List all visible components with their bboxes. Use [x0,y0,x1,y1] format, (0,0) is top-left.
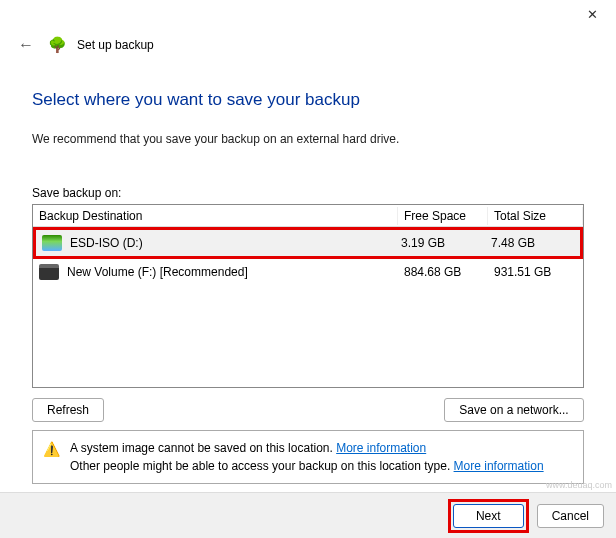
recommendation-text: We recommend that you save your backup o… [32,132,584,146]
next-button-highlight: Next [448,499,529,533]
backup-wizard-icon: 🌳 [48,36,67,54]
save-network-button[interactable]: Save on a network... [444,398,584,422]
action-row: Refresh Save on a network... [32,398,584,422]
watermark: www.deuaq.com [546,480,612,490]
close-icon[interactable]: ✕ [577,3,608,26]
table-row[interactable]: New Volume (F:) [Recommended] 884.68 GB … [33,259,583,285]
table-head: Backup Destination Free Space Total Size [33,205,583,227]
page-heading: Select where you want to save your backu… [32,90,584,110]
warning-line-1: A system image cannot be saved on this l… [70,441,336,455]
warning-icon: ⚠️ [43,439,60,475]
refresh-button[interactable]: Refresh [32,398,104,422]
drive-free: 3.19 GB [395,234,485,252]
content-area: Select where you want to save your backu… [0,56,616,484]
drive-icon [42,235,62,251]
next-button[interactable]: Next [453,504,524,528]
drive-free: 884.68 GB [398,263,488,281]
col-free-space[interactable]: Free Space [398,207,488,225]
back-arrow-icon[interactable]: ← [14,34,38,56]
wizard-header: ← 🌳 Set up backup [0,28,616,56]
more-info-link[interactable]: More information [336,441,426,455]
col-destination[interactable]: Backup Destination [33,207,398,225]
table-row[interactable]: ESD-ISO (D:) 3.19 GB 7.48 GB [36,230,580,256]
more-info-link[interactable]: More information [454,459,544,473]
drive-name: ESD-ISO (D:) [70,236,143,250]
list-label: Save backup on: [32,186,584,200]
footer-bar: Next Cancel [0,492,616,538]
warning-line-2: Other people might be able to access you… [70,459,454,473]
drive-total: 931.51 GB [488,263,583,281]
table-body: ESD-ISO (D:) 3.19 GB 7.48 GB New Volume … [33,227,583,387]
col-total-size[interactable]: Total Size [488,207,583,225]
selected-row-highlight: ESD-ISO (D:) 3.19 GB 7.48 GB [33,227,583,259]
titlebar: ✕ [0,0,616,28]
warning-box: ⚠️ A system image cannot be saved on thi… [32,430,584,484]
drives-table: Backup Destination Free Space Total Size… [32,204,584,388]
cancel-button[interactable]: Cancel [537,504,604,528]
drive-name: New Volume (F:) [Recommended] [67,265,248,279]
drive-icon [39,264,59,280]
warning-text: A system image cannot be saved on this l… [70,439,544,475]
wizard-title: Set up backup [77,38,154,52]
drive-total: 7.48 GB [485,234,580,252]
